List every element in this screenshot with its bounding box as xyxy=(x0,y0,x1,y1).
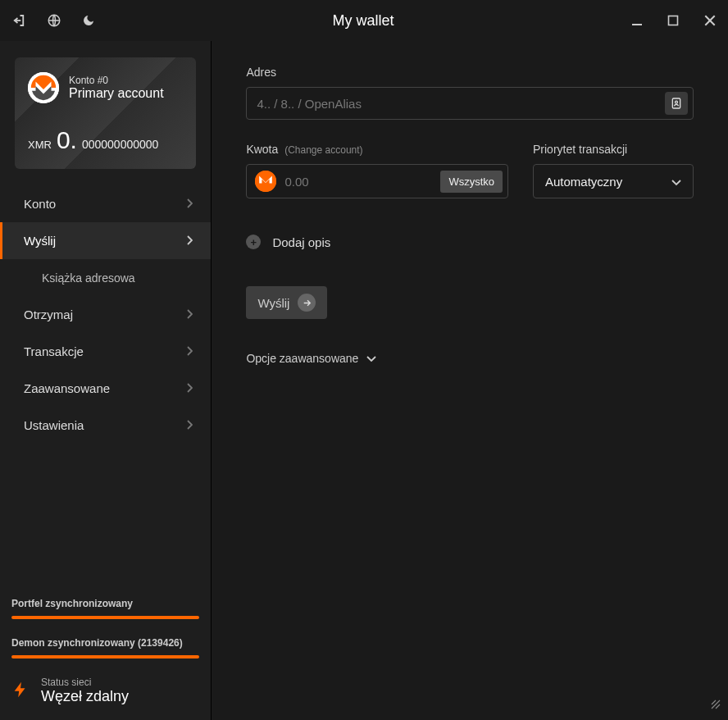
window-title: My wallet xyxy=(95,12,631,30)
monero-icon xyxy=(255,171,276,192)
svg-point-8 xyxy=(255,171,276,192)
amount-input[interactable] xyxy=(284,175,440,189)
account-name: Primary account xyxy=(69,86,164,101)
lightning-icon xyxy=(11,677,30,705)
sidebar-item-transakcje[interactable]: Transakcje xyxy=(0,333,211,370)
wallet-sync-progress xyxy=(11,616,199,619)
address-book-button[interactable] xyxy=(665,92,688,115)
theme-moon-icon[interactable] xyxy=(82,14,95,27)
plus-circle-icon: + xyxy=(246,235,261,249)
sidebar-item-ustawienia[interactable]: Ustawienia xyxy=(0,407,211,444)
main-panel: Adres Kwota (Change account) Wszystko xyxy=(212,41,728,720)
svg-point-7 xyxy=(676,101,678,103)
sidebar-item-wyslij[interactable]: Wyślij xyxy=(0,222,211,259)
change-account-link[interactable]: (Change account) xyxy=(284,144,362,156)
network-status-label: Status sieci xyxy=(41,677,129,688)
send-button[interactable]: Wyślij xyxy=(246,286,327,319)
sidebar: Konto #0 Primary account XMR 0. 00000000… xyxy=(0,41,212,720)
all-amount-button[interactable]: Wszystko xyxy=(440,171,503,193)
sidebar-item-label: Otrzymaj xyxy=(24,308,73,321)
add-description-button[interactable]: + Dodaj opis xyxy=(246,235,694,249)
address-input[interactable] xyxy=(257,97,665,111)
sidebar-item-label: Zaawansowane xyxy=(24,381,110,395)
priority-label: Priorytet transakcji xyxy=(533,143,694,156)
balance-currency: XMR xyxy=(28,139,52,151)
arrow-right-circle-icon xyxy=(298,294,316,312)
balance-fraction: 000000000000 xyxy=(82,138,158,151)
daemon-sync-label: Demon zsynchronizowany (2139426) xyxy=(11,637,199,649)
advanced-options-label: Opcje zaawansowane xyxy=(246,352,358,365)
chevron-right-icon xyxy=(186,197,193,211)
chevron-right-icon xyxy=(186,308,193,321)
logout-icon[interactable] xyxy=(11,13,26,28)
priority-select[interactable]: Automatyczny xyxy=(533,164,694,198)
chevron-down-icon xyxy=(671,175,681,189)
chevron-right-icon xyxy=(186,418,193,432)
priority-value: Automatyczny xyxy=(545,175,622,189)
account-card[interactable]: Konto #0 Primary account XMR 0. 00000000… xyxy=(15,57,196,169)
add-description-label: Dodaj opis xyxy=(272,235,330,249)
sidebar-item-label: Wyślij xyxy=(24,234,56,248)
account-number: Konto #0 xyxy=(69,75,164,86)
resize-handle-icon[interactable] xyxy=(710,699,721,713)
sidebar-item-label: Transakcje xyxy=(24,344,84,358)
balance-integer: 0. xyxy=(57,126,77,154)
network-status-value: Węzeł zdalny xyxy=(41,688,129,705)
chevron-down-icon xyxy=(366,352,376,365)
sidebar-item-otrzymaj[interactable]: Otrzymaj xyxy=(0,296,211,333)
svg-rect-2 xyxy=(669,16,678,25)
chevron-right-icon xyxy=(186,381,193,395)
sidebar-item-label: Ustawienia xyxy=(24,418,84,432)
globe-icon[interactable] xyxy=(47,13,61,28)
sidebar-item-ksiazka-adresowa[interactable]: Książka adresowa xyxy=(0,259,211,296)
chevron-right-icon xyxy=(186,344,193,358)
sidebar-item-zaawansowane[interactable]: Zaawansowane xyxy=(0,370,211,407)
amount-label: Kwota xyxy=(246,143,278,156)
chevron-right-icon xyxy=(186,234,193,248)
send-button-label: Wyślij xyxy=(257,296,289,310)
advanced-options-toggle[interactable]: Opcje zaawansowane xyxy=(246,352,694,365)
close-icon[interactable] xyxy=(703,14,717,27)
sidebar-item-konto[interactable]: Konto xyxy=(0,185,211,222)
sidebar-item-label: Konto xyxy=(24,197,56,211)
address-label: Adres xyxy=(246,66,694,79)
monero-logo-icon xyxy=(28,72,59,103)
sidebar-item-label: Książka adresowa xyxy=(42,271,135,285)
maximize-icon[interactable] xyxy=(667,15,679,26)
minimize-icon[interactable] xyxy=(631,15,643,26)
wallet-sync-label: Portfel zsynchronizowany xyxy=(11,598,199,609)
daemon-sync-progress xyxy=(11,655,199,658)
